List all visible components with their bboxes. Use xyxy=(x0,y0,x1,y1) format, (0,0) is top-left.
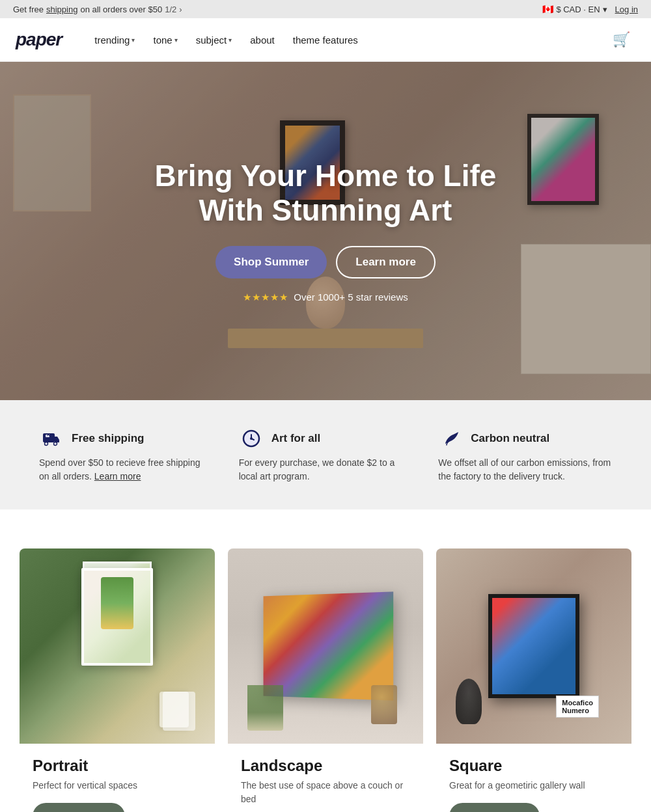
header: paper trending ▾ tone ▾ subject ▾ about … xyxy=(0,18,651,62)
collection-image-portrait xyxy=(20,548,215,744)
benefit-shipping-title: Free shipping xyxy=(72,432,144,445)
collection-info-portrait: Portrait Perfect for vertical spaces Sho… xyxy=(20,744,215,812)
collections-section: Portrait Perfect for vertical spaces Sho… xyxy=(0,509,651,812)
portrait-candle xyxy=(159,692,189,727)
chevron-down-icon: ▾ xyxy=(603,5,607,14)
collection-card-square: MocaficoNumero Square Great for a geomet… xyxy=(436,548,631,812)
site-logo[interactable]: paper xyxy=(16,29,62,50)
chevron-down-icon: ▾ xyxy=(132,36,135,44)
collection-name-square: Square xyxy=(449,757,618,775)
collection-desc-portrait: Perfect for vertical spaces xyxy=(33,779,202,792)
nav-label-theme-features: theme features xyxy=(293,34,358,46)
nav-item-tone[interactable]: tone ▾ xyxy=(146,29,184,51)
collection-image-landscape xyxy=(228,548,423,744)
benefit-carbon: Carbon neutral We offset all of our carb… xyxy=(425,426,625,483)
square-content: MocaficoNumero xyxy=(488,594,579,698)
collection-image-square: MocaficoNumero xyxy=(436,548,631,744)
nav-label-trending: trending xyxy=(94,34,130,46)
hero-buttons: Shop Summer Learn more xyxy=(124,246,527,278)
announcement-shipping-link[interactable]: shipping xyxy=(46,5,77,14)
chevron-right-icon: › xyxy=(179,5,182,14)
currency-selector[interactable]: 🇨🇦 $ CAD · EN ▾ xyxy=(542,4,607,14)
collection-name-portrait: Portrait xyxy=(33,757,202,775)
cart-button[interactable]: 🛒 xyxy=(607,26,635,53)
announcement-pagination: 1/2 › xyxy=(165,5,182,14)
nav-label-tone: tone xyxy=(153,34,172,46)
login-link[interactable]: Log in xyxy=(615,5,638,14)
nav-item-about[interactable]: about xyxy=(243,29,281,51)
learn-more-button[interactable]: Learn more xyxy=(336,246,436,278)
collection-desc-landscape: The best use of space above a couch or b… xyxy=(241,779,410,806)
benefit-art-desc: For every purchase, we donate $2 to a lo… xyxy=(239,456,413,483)
shop-summer-button[interactable]: Shop Summer xyxy=(215,246,327,278)
announcement-right: 🇨🇦 $ CAD · EN ▾ Log in xyxy=(542,4,638,14)
hero-title: Bring Your Home to Life With Stunning Ar… xyxy=(124,159,527,228)
landscape-plant xyxy=(247,685,283,731)
nav-item-theme-features[interactable]: theme features xyxy=(286,29,365,51)
currency-label: $ CAD · EN xyxy=(556,5,600,14)
nav-label-subject: subject xyxy=(196,34,227,46)
landscape-vase xyxy=(371,685,397,724)
shop-portrait-button[interactable]: Shop portrait xyxy=(33,803,125,812)
svg-point-5 xyxy=(250,437,253,440)
flag-icon: 🇨🇦 xyxy=(542,4,553,14)
benefit-carbon-desc: We offset all of our carbon emissions, f… xyxy=(438,456,612,483)
collections-grid: Portrait Perfect for vertical spaces Sho… xyxy=(20,548,631,812)
collection-desc-square: Great for a geometiric gallery wall xyxy=(449,779,618,792)
announcement-text: Get free shipping on all orders over $50… xyxy=(13,5,182,14)
collection-card-portrait: Portrait Perfect for vertical spaces Sho… xyxy=(20,548,215,812)
announcement-post: on all orders over $50 xyxy=(80,5,162,14)
hero-content: Bring Your Home to Life With Stunning Ar… xyxy=(124,159,527,303)
main-nav: trending ▾ tone ▾ subject ▾ about theme … xyxy=(88,29,607,51)
benefit-learn-more-link[interactable]: Learn more xyxy=(94,471,141,481)
benefits-section: Free shipping Spend over $50 to recieve … xyxy=(0,400,651,509)
shipping-icon xyxy=(39,426,64,451)
nav-item-subject[interactable]: subject ▾ xyxy=(189,29,239,51)
announcement-bar: Get free shipping on all orders over $50… xyxy=(0,0,651,18)
nav-item-trending[interactable]: trending ▾ xyxy=(88,29,141,51)
benefit-carbon-header: Carbon neutral xyxy=(438,426,612,451)
square-vase xyxy=(456,679,482,724)
benefit-shipping-header: Free shipping xyxy=(39,426,213,451)
leaf-icon xyxy=(438,426,463,451)
square-book-label: MocaficoNumero xyxy=(556,696,599,718)
nav-label-about: about xyxy=(250,34,275,46)
collection-name-landscape: Landscape xyxy=(241,757,410,775)
benefit-art-title: Art for all xyxy=(271,432,321,445)
stars-icon: ★★★★★ xyxy=(243,291,288,303)
benefit-shipping: Free shipping Spend over $50 to recieve … xyxy=(26,426,226,483)
benefit-art: Art for all For every purchase, we donat… xyxy=(226,426,426,483)
collection-info-landscape: Landscape The best use of space above a … xyxy=(228,744,423,812)
portrait-artwork xyxy=(81,568,153,666)
square-artwork xyxy=(488,594,579,698)
reviews-text: Over 1000+ 5 star reviews xyxy=(294,291,408,303)
svg-point-1 xyxy=(45,442,48,446)
landscape-artwork xyxy=(264,591,394,700)
benefit-art-header: Art for all xyxy=(239,426,413,451)
chevron-down-icon: ▾ xyxy=(174,36,178,44)
collection-info-square: Square Great for a geometiric gallery wa… xyxy=(436,744,631,812)
benefit-shipping-desc: Spend over $50 to recieve free shipping … xyxy=(39,456,213,483)
chevron-down-icon: ▾ xyxy=(229,36,232,44)
svg-point-2 xyxy=(54,442,57,446)
art-icon xyxy=(239,426,264,451)
announcement-pre: Get free xyxy=(13,5,44,14)
hero-section: Bring Your Home to Life With Stunning Ar… xyxy=(0,62,651,400)
shop-square-button[interactable]: Shop square xyxy=(449,803,540,812)
hero-reviews: ★★★★★ Over 1000+ 5 star reviews xyxy=(124,291,527,303)
benefit-carbon-title: Carbon neutral xyxy=(471,432,549,445)
collection-card-landscape: Landscape The best use of space above a … xyxy=(228,548,423,812)
